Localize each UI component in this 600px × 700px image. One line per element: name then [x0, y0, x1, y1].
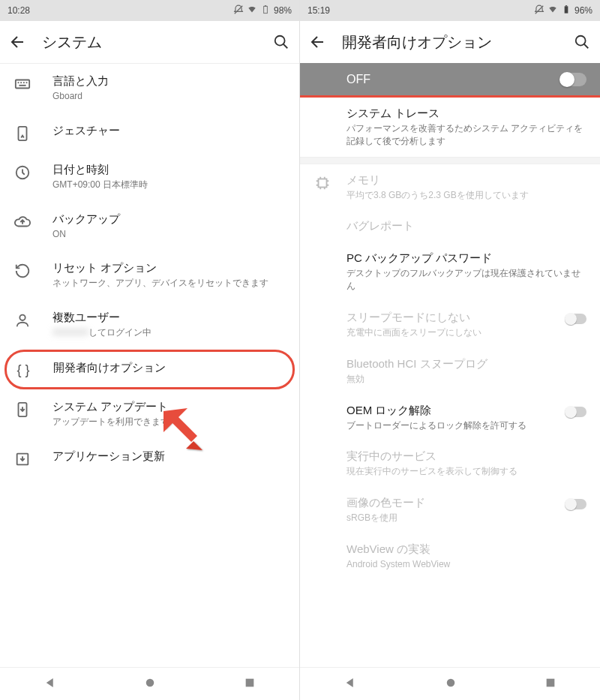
svg-point-24	[447, 678, 455, 686]
nav-back-icon[interactable]	[44, 676, 57, 692]
item-sub: ブートローダーによるロック解除を許可する	[346, 419, 558, 432]
dev-options-list: システム トレースパフォーマンスを改善するためシステム アクティビティを記録して…	[300, 98, 600, 667]
item-title: バックアップ	[52, 212, 284, 227]
svg-rect-25	[547, 678, 555, 686]
svg-rect-8	[23, 82, 25, 83]
svg-rect-6	[18, 82, 20, 83]
svg-rect-2	[265, 5, 266, 6]
item-title: 画像の色モード	[346, 496, 558, 510]
item-sub: Gboard	[52, 90, 284, 103]
toggle-switch[interactable]	[566, 499, 586, 509]
item-sub: Android System WebView	[346, 558, 586, 571]
svg-rect-23	[319, 179, 327, 187]
svg-rect-9	[26, 82, 28, 83]
item-sub: ON	[52, 228, 284, 241]
item-webview-impl[interactable]: WebView の実装Android System WebView	[300, 533, 600, 580]
svg-rect-10	[19, 85, 26, 86]
app-bar-right: 開発者向けオプション	[300, 21, 600, 63]
page-title: システム	[42, 32, 257, 53]
keyboard-icon	[14, 76, 32, 92]
nav-back-icon[interactable]	[344, 676, 357, 692]
item-datetime[interactable]: 日付と時刻GMT+09:00 日本標準時	[0, 152, 299, 202]
battery-pct: 96%	[574, 5, 592, 16]
master-toggle-label: OFF	[346, 73, 370, 86]
item-multiuser[interactable]: 複数ユーザーXXXXXXしてログイン中	[0, 300, 299, 350]
item-title: PC バックアップ パスワード	[346, 251, 586, 266]
status-icons: 96%	[534, 5, 592, 17]
item-color-mode[interactable]: 画像の色モードsRGBを使用	[300, 487, 600, 533]
status-time: 10:28	[8, 5, 30, 16]
search-icon[interactable]	[272, 33, 290, 51]
toggle-switch[interactable]	[566, 407, 586, 417]
item-bluetooth-hci[interactable]: Bluetooth HCI スヌープログ無効	[300, 348, 600, 395]
dnd-icon	[534, 5, 544, 17]
user-icon	[14, 312, 32, 329]
app-bar-left: システム	[0, 21, 299, 63]
master-toggle-bar[interactable]: OFF	[300, 63, 600, 98]
svg-rect-17	[246, 678, 254, 686]
item-memory[interactable]: メモリ平均で3.8 GBのうち2.3 GBを使用しています	[300, 164, 600, 211]
item-language-input[interactable]: 言語と入力Gboard	[0, 64, 299, 113]
nav-recent-icon[interactable]	[544, 677, 556, 692]
nav-bar	[300, 667, 600, 700]
item-oem-unlock[interactable]: OEM ロック解除ブートローダーによるロック解除を許可する	[300, 395, 600, 441]
item-reset[interactable]: リセット オプションネットワーク、アプリ、デバイスをリセットできます	[0, 251, 299, 300]
status-bar-left: 10:28 98%	[0, 0, 299, 21]
search-icon[interactable]	[573, 33, 591, 51]
wifi-icon	[548, 5, 558, 17]
settings-list: 言語と入力Gboard ジェスチャー 日付と時刻GMT+09:00 日本標準時 …	[0, 64, 299, 667]
item-sub: ネットワーク、アプリ、デバイスをリセットできます	[52, 277, 284, 290]
item-backup[interactable]: バックアップON	[0, 202, 299, 251]
master-toggle-switch[interactable]	[561, 73, 586, 86]
chip-icon	[314, 175, 332, 191]
nav-home-icon[interactable]	[143, 676, 157, 692]
item-title: WebView の実装	[346, 542, 586, 557]
nav-recent-icon[interactable]	[244, 677, 256, 692]
status-time: 15:19	[308, 5, 330, 16]
left-panel: 10:28 98% システム 言語と入力Gboard ジェスチャー 日付と時刻G…	[0, 0, 300, 700]
item-title: スリープモードにしない	[346, 311, 558, 325]
item-sub: 充電中に画面をスリープにしない	[346, 326, 558, 339]
item-gesture[interactable]: ジェスチャー	[0, 113, 299, 152]
item-system-trace[interactable]: システム トレースパフォーマンスを改善するためシステム アクティビティを記録して…	[300, 98, 600, 157]
item-stay-awake[interactable]: スリープモードにしない充電中に画面をスリープにしない	[300, 302, 600, 348]
nav-bar	[0, 667, 299, 700]
item-title: 複数ユーザー	[52, 311, 284, 325]
svg-rect-11	[19, 127, 27, 140]
item-sub: デスクトップのフルバックアップは現在保護されていません	[346, 267, 586, 293]
item-sub: GMT+09:00 日本標準時	[52, 179, 284, 191]
item-running-services[interactable]: 実行中のサービス現在実行中のサービスを表示して制御する	[300, 440, 600, 487]
back-icon[interactable]	[309, 33, 327, 51]
reset-icon	[14, 263, 32, 279]
cloud-upload-icon	[14, 214, 32, 230]
item-pc-backup-password[interactable]: PC バックアップ パスワードデスクトップのフルバックアップは現在保護されていま…	[300, 242, 600, 302]
item-title: 言語と入力	[52, 74, 284, 89]
page-title: 開発者向けオプション	[342, 32, 558, 53]
toggle-switch[interactable]	[566, 314, 586, 324]
dnd-icon	[233, 5, 244, 17]
item-sub: 現在実行中のサービスを表示して制御する	[346, 465, 586, 478]
item-title: システム トレース	[346, 107, 586, 121]
item-title: Bluetooth HCI スヌープログ	[346, 357, 586, 371]
item-sub: 無効	[346, 373, 586, 386]
item-title: ジェスチャー	[52, 124, 284, 138]
back-icon[interactable]	[9, 33, 27, 51]
svg-rect-1	[264, 6, 268, 13]
item-developer-options[interactable]: { } 開発者向けオプション	[4, 350, 295, 389]
clock-icon	[14, 164, 32, 181]
download-icon	[14, 451, 32, 467]
annotation-arrow-icon	[150, 398, 218, 465]
item-sub: sRGBを使用	[346, 512, 558, 524]
item-bug-report[interactable]: バグレポート	[300, 210, 600, 242]
section-divider	[300, 157, 600, 164]
status-bar-right: 15:19 96%	[300, 0, 600, 21]
item-title: バグレポート	[346, 219, 586, 233]
gesture-icon	[14, 125, 32, 142]
svg-line-4	[284, 44, 288, 49]
nav-home-icon[interactable]	[444, 676, 458, 692]
battery-icon	[260, 5, 271, 17]
item-sub: 平均で3.8 GBのうち2.3 GBを使用しています	[346, 189, 586, 202]
item-title: 実行中のサービス	[346, 449, 586, 464]
wifi-icon	[247, 5, 257, 17]
right-panel: 15:19 96% 開発者向けオプション OFF システム トレースパフォーマン…	[300, 0, 600, 700]
